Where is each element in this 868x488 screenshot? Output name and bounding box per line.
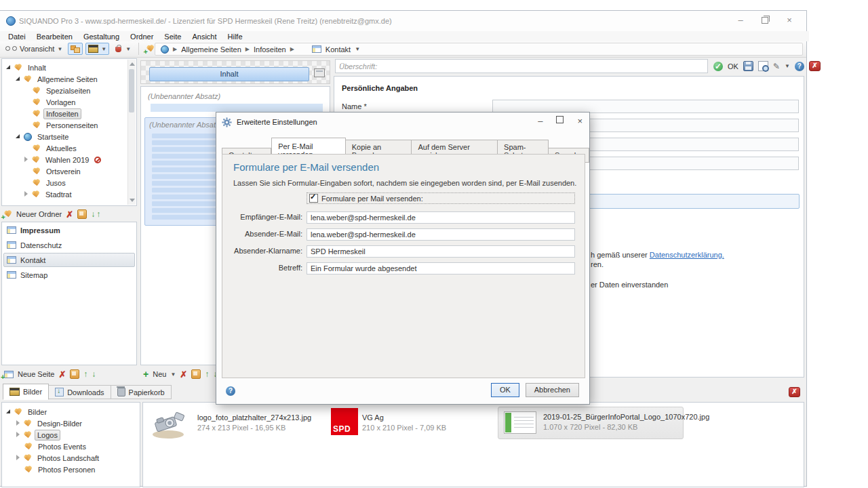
expander-icon[interactable] bbox=[15, 432, 21, 438]
tree-item-ortsverein[interactable]: Ortsverein bbox=[4, 165, 127, 177]
expander-icon[interactable] bbox=[5, 64, 12, 70]
dialog-close-button[interactable]: × bbox=[577, 116, 583, 126]
tree-item-photos-landschaft[interactable]: Photos Landschaft bbox=[4, 452, 137, 464]
tree-item-bilder[interactable]: Bilder bbox=[4, 406, 137, 418]
expander-icon[interactable] bbox=[15, 420, 21, 426]
dialog-maximize-button[interactable] bbox=[556, 116, 564, 126]
copy-paragraph-icon[interactable] bbox=[191, 369, 201, 379]
expander-icon[interactable] bbox=[15, 76, 21, 82]
close-bottom-panel-icon[interactable]: ✗ bbox=[789, 387, 800, 397]
delete-page-icon[interactable]: ✗ bbox=[58, 371, 66, 378]
tab-bilder[interactable]: Bilder bbox=[3, 384, 49, 400]
tree-item-design-bilder[interactable]: Design-Bilder bbox=[4, 418, 137, 429]
tree-scrollbar[interactable] bbox=[127, 60, 136, 205]
expander-icon[interactable] bbox=[15, 455, 21, 461]
paragraph-1-label[interactable]: (Unbenannter Absatz) bbox=[148, 92, 220, 100]
ueberschrift-input[interactable] bbox=[335, 59, 708, 73]
expander-icon[interactable] bbox=[15, 134, 21, 140]
move-page-up-icon[interactable]: ↑ bbox=[83, 371, 87, 378]
menu-ordner[interactable]: Ordner bbox=[125, 33, 159, 41]
voransicht-button[interactable]: Voransicht ▼ bbox=[3, 43, 65, 55]
new-page-button[interactable]: Neue Seite bbox=[18, 370, 54, 378]
ok-check-icon[interactable]: ✓ bbox=[713, 62, 723, 71]
image-view-button[interactable]: ▼ bbox=[85, 43, 109, 55]
move-up-icon[interactable]: ↑ bbox=[96, 211, 100, 218]
file-item-selected[interactable]: 2019-01-25_BürgerInfoPortal_Logo_1070x72… bbox=[498, 407, 684, 439]
checkbox-checked-icon[interactable] bbox=[309, 194, 318, 203]
tree-item-wahlen-2019[interactable]: Wahlen 2019 bbox=[4, 154, 127, 165]
menu-datei[interactable]: Datei bbox=[3, 33, 31, 41]
layout-icon[interactable] bbox=[314, 68, 325, 77]
tree-item-personenseiten[interactable]: Personenseiten bbox=[4, 119, 127, 131]
page-item-impressum[interactable]: Impressum bbox=[3, 223, 135, 237]
tree-item-jusos[interactable]: Jusos bbox=[4, 177, 127, 188]
absender-email-input[interactable] bbox=[307, 228, 575, 241]
scroll-up-icon[interactable] bbox=[130, 62, 135, 66]
move-down-icon[interactable]: ↓ bbox=[91, 211, 95, 218]
page-item-sitemap[interactable]: Sitemap bbox=[3, 268, 135, 282]
delete-paragraph-icon[interactable]: ✗ bbox=[180, 371, 187, 378]
expander-icon[interactable] bbox=[5, 409, 12, 415]
tree-item-stadtrat[interactable]: Stadtrat bbox=[4, 188, 127, 200]
copy-page-icon[interactable] bbox=[70, 369, 79, 379]
tree-item-spezialseiten[interactable]: Spezialseiten bbox=[4, 85, 127, 96]
delete-folder-icon[interactable]: ✗ bbox=[66, 211, 73, 218]
absender-klarname-input[interactable] bbox=[307, 245, 575, 258]
design-button[interactable]: ▼ bbox=[112, 43, 134, 55]
tree-item-vorlagen[interactable]: Vorlagen bbox=[4, 96, 127, 108]
tree-item-startseite[interactable]: Startseite bbox=[4, 131, 127, 142]
send-by-mail-checkbox-row[interactable]: Formulare per Mail versenden: bbox=[307, 192, 575, 204]
expander-icon[interactable] bbox=[23, 191, 29, 197]
help-icon[interactable]: ? bbox=[795, 62, 804, 71]
menu-gestaltung[interactable]: Gestaltung bbox=[78, 33, 125, 41]
name-field-input[interactable] bbox=[492, 100, 799, 113]
close-editor-icon[interactable]: ✗ bbox=[809, 61, 821, 71]
tree-item-photos-personen[interactable]: Photos Personen bbox=[4, 464, 137, 475]
menu-seite[interactable]: Seite bbox=[159, 33, 186, 41]
paragraph-1-content-bar[interactable] bbox=[151, 104, 323, 112]
dialog-minimize-button[interactable]: – bbox=[538, 116, 542, 126]
add-icon[interactable]: + bbox=[143, 371, 149, 378]
preview-icon[interactable] bbox=[758, 61, 768, 71]
dialog-help-icon[interactable]: ? bbox=[226, 386, 235, 396]
menu-hilfe[interactable]: Hilfe bbox=[222, 33, 248, 41]
page-item-kontakt[interactable]: Kontakt bbox=[3, 253, 135, 267]
site-root-icon[interactable] bbox=[161, 45, 169, 54]
tab-downloads[interactable]: Downloads bbox=[49, 385, 111, 399]
tree-item-aktuelles[interactable]: Aktuelles bbox=[4, 142, 127, 154]
copy-folder-icon[interactable] bbox=[77, 209, 87, 219]
new-folder-icon[interactable]: + bbox=[3, 210, 12, 218]
ok-label[interactable]: OK bbox=[728, 62, 738, 70]
edit-icon[interactable]: ✎ bbox=[773, 62, 780, 71]
scroll-thumb[interactable] bbox=[129, 69, 134, 113]
empfaenger-email-input[interactable] bbox=[307, 211, 575, 224]
menu-bearbeiten[interactable]: Bearbeiten bbox=[31, 33, 78, 41]
tab-papierkorb[interactable]: Papierkorb bbox=[111, 385, 172, 399]
dialog-cancel-button[interactable]: Abbrechen bbox=[526, 383, 579, 397]
dialog-ok-button[interactable]: OK bbox=[491, 383, 519, 397]
betreff-input[interactable] bbox=[307, 262, 575, 274]
breadcrumb-kontakt[interactable]: Kontakt bbox=[326, 45, 351, 54]
move-page-down-icon[interactable]: ↓ bbox=[92, 371, 96, 378]
minimize-button[interactable]: – bbox=[736, 15, 745, 25]
datenschutz-link[interactable]: Datenschutzerklärung. bbox=[650, 251, 724, 259]
tree-view-toggle[interactable] bbox=[68, 43, 83, 55]
save-icon[interactable] bbox=[743, 61, 753, 71]
expander-icon[interactable] bbox=[23, 157, 29, 163]
tree-item-allgemeine-seiten[interactable]: Allgemeine Seiten bbox=[4, 73, 127, 85]
page-item-datenschutz[interactable]: Datenschutz bbox=[3, 238, 135, 252]
inhalt-button[interactable]: Inhalt bbox=[149, 67, 309, 81]
tree-item-photos-events[interactable]: Photos Events bbox=[4, 441, 137, 452]
restore-button[interactable] bbox=[760, 15, 770, 25]
file-item[interactable]: SPD VG Ag 210 x 210 Pixel - 7,09 KB bbox=[331, 408, 358, 435]
menu-ansicht[interactable]: Ansicht bbox=[186, 33, 222, 41]
close-button[interactable]: × bbox=[785, 15, 794, 25]
tree-item-infoseiten[interactable]: Infoseiten bbox=[4, 108, 127, 119]
breadcrumb-allgemeine-seiten[interactable]: Allgemeine Seiten bbox=[181, 45, 241, 54]
breadcrumb-infoseiten[interactable]: Infoseiten bbox=[254, 45, 286, 54]
new-folder-button[interactable]: Neuer Ordner bbox=[16, 210, 62, 218]
paragraph-up-icon[interactable]: ↑ bbox=[205, 371, 209, 378]
tree-item-logos[interactable]: Logos bbox=[4, 429, 137, 441]
new-paragraph-button[interactable]: Neu bbox=[153, 370, 166, 378]
tree-item-inhalt[interactable]: Inhalt bbox=[4, 62, 127, 73]
